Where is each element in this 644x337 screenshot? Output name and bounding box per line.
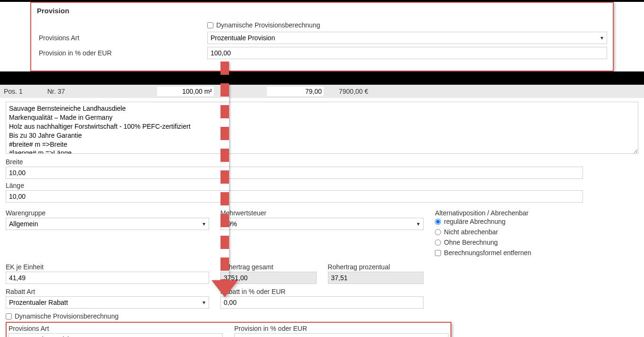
dynamic-provision-checkbox[interactable] [207,22,213,28]
pos-number: Pos. 1 [4,88,32,95]
quantity-input[interactable] [157,87,214,96]
breite-input[interactable] [6,167,583,179]
provisions-art-select[interactable]: Prozentuale Provision [207,32,607,44]
description-textarea[interactable] [6,102,638,154]
mwst-select[interactable]: 19% [221,218,424,230]
rabatt-art-select[interactable]: Prozentualer Rabatt [6,296,209,309]
dynamic-provision-label-lower: Dynamische Provisionsberechnung [15,312,118,320]
rabatt-pct-label: Rabatt in % oder EUR [221,288,424,295]
altpos-regular-label: reguläre Abrechnung [444,218,505,225]
total-price: 7900,00 € [339,88,368,95]
provision-lower-highlight-box: Provisions Art Prozentuale Provision Pro… [6,322,451,337]
unit-price-display [229,87,324,96]
altpos-label: Alternativposition / Abrechenbar [435,209,638,217]
laenge-label: Länge [6,182,638,189]
altpos-notbillable-label: Nicht abrechenbar [444,228,498,236]
altpos-nocalc-label: Ohne Berechnung [444,239,498,246]
dynamic-provision-checkbox-lower[interactable] [6,313,12,319]
position-header: Pos. 1 Nr. 37 7900,00 € [0,85,644,98]
ek-label: EK je Einheit [6,263,209,271]
remove-formula-label: Berechnungsformel entfernen [444,249,531,257]
provision-highlight-box: Provision Dynamische Provisionsberechnun… [30,2,614,71]
provision-pct-input[interactable] [207,47,607,59]
altpos-regular-radio[interactable] [435,219,441,225]
provision-pct-label-lower: Provision in % oder EUR [234,325,449,332]
provisions-art-label: Provisions Art [37,34,207,42]
provision-heading: Provision [37,7,607,15]
rabatt-art-label: Rabatt Art [6,288,209,295]
mwst-label: Mehrwertsteuer [221,209,424,217]
rabatt-pct-input[interactable] [221,296,424,309]
warengruppe-label: Warengruppe [6,209,209,217]
laenge-input[interactable] [6,190,583,203]
dynamic-provision-label: Dynamische Provisionsberechnung [216,21,320,29]
rohertrag-gesamt-label: Rohertrag gesamt [221,263,317,271]
black-bar-bottom [0,71,644,85]
rohertrag-proz-label: Rohertrag prozentual [328,263,424,271]
remove-formula-checkbox[interactable] [435,250,441,256]
altpos-nocalc-radio[interactable] [435,239,441,246]
provisions-art-select-lower[interactable]: Prozentuale Provision [9,333,223,337]
ek-input[interactable] [6,272,209,284]
provisions-art-label-lower: Provisions Art [9,325,223,332]
article-nr: Nr. 37 [47,88,76,95]
warengruppe-select[interactable]: Allgemein [6,218,209,230]
quantity-display [91,87,214,96]
unit-price-input[interactable] [267,87,324,96]
provision-pct-label: Provision in % oder EUR [37,49,207,57]
rohertrag-gesamt-input [221,272,317,284]
altpos-notbillable-radio[interactable] [435,229,441,235]
rohertrag-proz-input [328,272,424,284]
provision-pct-input-lower[interactable] [234,333,449,337]
breite-label: Breite [6,158,638,166]
